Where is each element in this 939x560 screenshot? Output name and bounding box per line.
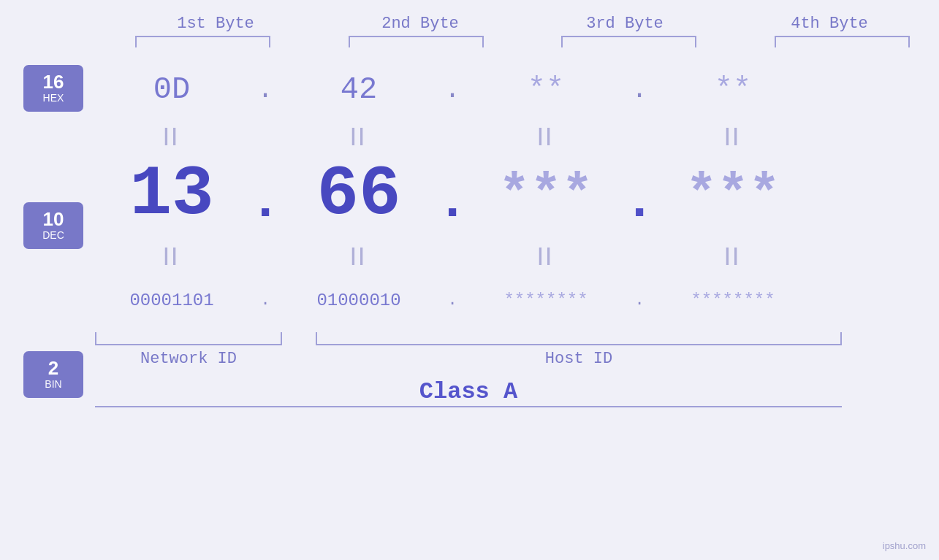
dec-badge: 10 DEC	[23, 202, 83, 249]
hex-badge: 16 HEX	[23, 65, 83, 112]
watermark: ipshu.com	[883, 540, 926, 551]
hex-b4: **	[656, 72, 810, 107]
bracket-3	[561, 36, 696, 47]
eq1-b2: ||	[282, 124, 436, 147]
dec-badge-label: DEC	[42, 229, 64, 242]
dec-b2: 66	[282, 160, 436, 230]
bracket-1	[135, 36, 270, 47]
network-id-bracket	[95, 332, 282, 345]
bin-b4: ********	[656, 291, 810, 310]
bin-row: 00001101 . 01000010 . ******** . *******…	[95, 271, 939, 329]
bracket-4	[775, 36, 910, 47]
dec-badge-num: 10	[43, 210, 64, 229]
hex-row: 0D . 42 . ** . **	[95, 61, 939, 119]
bottom-labels: Network ID Host ID	[95, 350, 939, 368]
bracket-2	[349, 36, 484, 47]
byte2-header: 2nd Byte	[340, 15, 501, 33]
network-id-label: Network ID	[95, 350, 282, 368]
bin-dot2: .	[436, 291, 469, 310]
hex-badge-label: HEX	[43, 91, 64, 104]
eq2-b2: ||	[282, 244, 436, 266]
dec-row: 13 . 66 . *** . ***	[95, 151, 939, 239]
eq2-b1: ||	[95, 244, 248, 266]
hex-b2: 42	[282, 72, 436, 107]
bin-dot1: .	[248, 291, 282, 310]
equals-row-1: || || || ||	[95, 119, 939, 151]
hex-b1: 0D	[95, 72, 248, 107]
hex-badge-num: 16	[43, 72, 64, 91]
hex-dot3: .	[623, 75, 656, 105]
host-id-label: Host ID	[316, 350, 842, 368]
class-label: Class A	[419, 378, 517, 405]
badges-column: 16 HEX 10 DEC 2 BIN	[0, 53, 95, 560]
eq1-b3: ||	[469, 124, 623, 147]
host-id-bracket	[316, 332, 842, 345]
byte3-header: 3rd Byte	[544, 15, 705, 33]
class-banner-box: Class A	[95, 377, 842, 407]
dec-b3: ***	[469, 169, 623, 221]
hex-dot2: .	[436, 75, 469, 105]
bottom-brackets	[95, 332, 939, 345]
dec-dot1: .	[248, 158, 282, 232]
byte4-header: 4th Byte	[749, 15, 910, 33]
bin-badge: 2 BIN	[23, 351, 83, 398]
dec-dot3: .	[623, 158, 656, 232]
main-container: 1st Byte 2nd Byte 3rd Byte 4th Byte 16 H…	[0, 0, 939, 560]
hex-b3: **	[469, 72, 623, 107]
hex-dot1: .	[248, 75, 282, 105]
bin-badge-num: 2	[48, 358, 58, 377]
bin-b2: 01000010	[282, 291, 436, 310]
class-banner: Class A	[95, 377, 939, 407]
bin-badge-label: BIN	[45, 377, 61, 391]
eq1-b4: ||	[656, 124, 810, 147]
dec-b4: ***	[656, 169, 810, 221]
byte1-header: 1st Byte	[135, 15, 296, 33]
bin-b1: 00001101	[95, 291, 248, 310]
eq2-b4: ||	[656, 244, 810, 266]
bin-b3: ********	[469, 291, 623, 310]
eq2-b3: ||	[469, 244, 623, 266]
dec-dot2: .	[436, 158, 469, 232]
dec-b1: 13	[95, 160, 248, 230]
bin-dot3: .	[623, 291, 656, 310]
equals-row-2: || || || ||	[95, 239, 939, 271]
eq1-b1: ||	[95, 124, 248, 147]
